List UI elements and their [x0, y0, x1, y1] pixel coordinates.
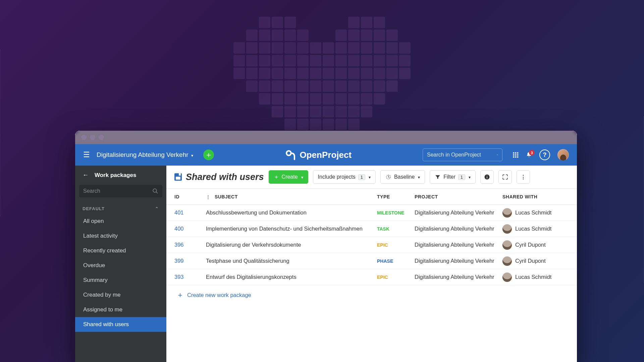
plus-icon: ＋: [274, 174, 279, 181]
help-button[interactable]: ?: [539, 149, 550, 160]
cell-subject[interactable]: Abschlussbewertung und Dokumentation: [206, 209, 377, 216]
cell-subject[interactable]: Testphase und Qualitätssicherung: [206, 258, 377, 264]
content-area: Shared with users ＋ Create Include proje…: [166, 166, 577, 362]
sidebar-item-label: Created by me: [83, 292, 121, 298]
table-row[interactable]: 393 Entwurf des Digitalisierungskonzepts…: [166, 269, 577, 285]
sidebar-item-all-open[interactable]: All open: [75, 214, 166, 229]
create-button[interactable]: ＋ Create: [269, 170, 308, 184]
app-body: ← Work packages DEFAULT ⌃ All open Lates…: [75, 166, 577, 362]
cell-subject[interactable]: Entwurf des Digitalisierungskonzepts: [206, 274, 377, 280]
table-row[interactable]: 396 Digitalisierung der Verkehrsdokument…: [166, 237, 577, 253]
window-minimize-icon[interactable]: [90, 135, 95, 140]
col-shared-with[interactable]: SHARED WITH: [502, 194, 569, 199]
cell-shared-with: Lucas Schmidt: [502, 208, 569, 218]
sidebar-item-latest-activity[interactable]: Latest activity: [75, 229, 166, 243]
cell-id[interactable]: 401: [174, 209, 206, 216]
shared-with-name: Cyril Dupont: [515, 258, 546, 264]
cell-shared-with: Lucas Schmidt: [502, 224, 569, 234]
svg-rect-6: [513, 155, 515, 156]
search-icon: [497, 152, 498, 158]
svg-rect-7: [515, 155, 517, 156]
back-icon[interactable]: ←: [83, 172, 89, 179]
cell-type: EPIC: [377, 275, 415, 280]
cell-id[interactable]: 393: [174, 274, 206, 280]
table-header: ID ⋮ SUBJECT TYPE PROJECT SHARED WITH: [166, 189, 577, 205]
sidebar-item-summary[interactable]: Summary: [75, 273, 166, 288]
col-type[interactable]: TYPE: [377, 194, 415, 199]
table-row[interactable]: 401 Abschlussbewertung und Dokumentation…: [166, 205, 577, 221]
sidebar-item-created-by-me[interactable]: Created by me: [75, 288, 166, 302]
sidebar-item-label: All open: [83, 218, 104, 224]
svg-line-2: [498, 155, 498, 156]
window-titlebar: [75, 131, 577, 144]
quick-add-button[interactable]: ＋: [203, 149, 214, 160]
search-icon: [152, 188, 158, 194]
user-avatar-icon: [502, 273, 512, 282]
openproject-logo-icon: [285, 149, 296, 161]
project-selector[interactable]: Digitalisierung Abteilung Verkehr: [97, 151, 193, 159]
cell-id[interactable]: 400: [174, 226, 206, 232]
user-avatar-icon: [502, 256, 512, 266]
user-avatar-icon: [502, 240, 512, 250]
info-icon: [484, 174, 490, 180]
sidebar-item-assigned-to-me[interactable]: Assigned to me: [75, 302, 166, 317]
sidebar-item-label: Shared with users: [83, 321, 129, 327]
cell-subject[interactable]: Digitalisierung der Verkehrsdokumente: [206, 242, 377, 248]
app-window: ☰ Digitalisierung Abteilung Verkehr ＋ Op…: [75, 131, 577, 362]
chevron-down-icon: [368, 174, 371, 180]
apps-grid-icon[interactable]: [513, 152, 519, 158]
window-zoom-icon[interactable]: [99, 135, 104, 140]
sidebar-header: ← Work packages: [75, 166, 166, 183]
hamburger-icon[interactable]: ☰: [83, 150, 90, 159]
global-search[interactable]: [423, 148, 502, 161]
shared-with-name: Lucas Schmidt: [515, 226, 551, 232]
sidebar-item-overdue[interactable]: Overdue: [75, 258, 166, 273]
svg-rect-18: [487, 177, 487, 179]
sidebar-group-default[interactable]: DEFAULT ⌃: [75, 201, 166, 214]
baseline-label: Baseline: [394, 174, 415, 180]
save-icon[interactable]: [174, 173, 182, 181]
cell-project: Digitalisierung Abteilung Verkehr: [415, 209, 502, 216]
sidebar-item-label: Recently created: [83, 247, 126, 254]
baseline-button[interactable]: Baseline: [380, 170, 425, 184]
project-name: Digitalisierung Abteilung Verkehr: [97, 151, 189, 159]
svg-rect-9: [513, 157, 515, 158]
table-row[interactable]: 400 Implementierung von Datenschutz- und…: [166, 221, 577, 237]
shared-with-name: Cyril Dupont: [515, 242, 546, 248]
sidebar-item-label: Latest activity: [83, 233, 118, 239]
sidebar-item-shared-with-users[interactable]: Shared with users: [75, 317, 166, 332]
col-id[interactable]: ID: [174, 194, 206, 199]
col-project[interactable]: PROJECT: [415, 194, 502, 199]
fullscreen-button[interactable]: [498, 170, 512, 184]
sidebar-search-input[interactable]: [83, 188, 152, 194]
include-projects-button[interactable]: Include projects 1: [313, 170, 376, 184]
col-subject-label: SUBJECT: [215, 194, 238, 199]
filter-button[interactable]: Filter 1: [430, 170, 476, 184]
more-button[interactable]: ⋮: [517, 170, 530, 184]
notifications-button[interactable]: 3: [526, 152, 532, 158]
chevron-down-icon: [468, 174, 471, 180]
shared-with-name: Lucas Schmidt: [515, 209, 551, 216]
col-subject[interactable]: ⋮ SUBJECT: [206, 194, 377, 199]
sidebar-title: Work packages: [95, 172, 136, 179]
info-button[interactable]: [480, 170, 494, 184]
sidebar-search[interactable]: [79, 185, 162, 197]
svg-line-16: [388, 177, 389, 178]
window-close-icon[interactable]: [81, 135, 87, 140]
user-avatar-icon: [502, 208, 512, 218]
create-new-work-package[interactable]: ＋ Create new work package: [166, 285, 577, 305]
view-title: Shared with users: [174, 172, 264, 182]
cell-id[interactable]: 399: [174, 258, 206, 264]
sidebar: ← Work packages DEFAULT ⌃ All open Lates…: [75, 166, 166, 362]
search-input[interactable]: [427, 152, 494, 158]
cell-subject[interactable]: Implementierung von Datenschutz- und Sic…: [206, 226, 377, 232]
cell-project: Digitalisierung Abteilung Verkehr: [415, 242, 502, 248]
sidebar-item-recently-created[interactable]: Recently created: [75, 243, 166, 258]
chevron-down-icon: [301, 174, 303, 180]
brand-logo[interactable]: OpenProject: [285, 149, 352, 161]
user-avatar[interactable]: [557, 149, 569, 161]
cell-shared-with: Cyril Dupont: [502, 256, 569, 266]
table-row[interactable]: 399 Testphase und Qualitätssicherung PHA…: [166, 253, 577, 269]
cell-id[interactable]: 396: [174, 242, 206, 248]
notification-badge: 3: [529, 150, 535, 156]
